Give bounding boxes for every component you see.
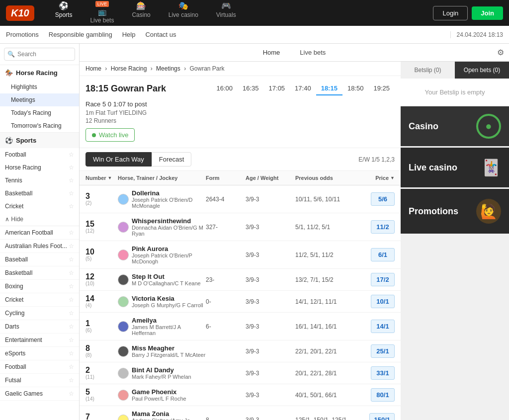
price-button[interactable]: 10/1 [371, 295, 395, 308]
sidebar-item-darts[interactable]: Darts☆ [0, 320, 79, 334]
price-button[interactable]: 80/1 [371, 388, 395, 402]
tab-home[interactable]: Home [263, 45, 280, 60]
promo-card-live-casino[interactable]: Live casino 🃏 [401, 148, 509, 187]
sidebar-item-tennis[interactable]: Tennis☆ [0, 174, 79, 187]
runner-number: 3 (2) [85, 192, 118, 206]
sidebar-item-cycling[interactable]: Cycling☆ [0, 307, 79, 320]
sec-nav-promotions[interactable]: Promotions [6, 31, 39, 38]
runner-price: 6/1 [360, 248, 395, 261]
sec-nav-responsible[interactable]: Responsible gambling [49, 31, 112, 38]
race-time-1740[interactable]: 17:40 [290, 82, 316, 95]
horse-racing-section: 🏇 Horse Racing Highlights Meetings Today… [0, 65, 79, 133]
race-time-1705[interactable]: 17:05 [264, 82, 290, 95]
sidebar-item-entertainment[interactable]: Entertainment☆ [0, 334, 79, 347]
star-icon-basketball[interactable]: ☆ [69, 190, 74, 197]
table-row: 14 (4) Victoria Kesia Joseph G Murphy/G … [80, 291, 401, 313]
join-button[interactable]: Join [472, 6, 503, 20]
price-button[interactable]: 6/1 [371, 248, 395, 261]
main-layout: 🔍 🏇 Horse Racing Highlights Meetings Tod… [0, 44, 509, 420]
star-icon-baseball[interactable]: ☆ [69, 256, 74, 263]
sidebar-item-todays-racing[interactable]: Today's Racing [0, 106, 79, 119]
runner-number: 15 (12) [85, 220, 118, 234]
race-info: Race 5 0 1:07 to post [85, 100, 395, 108]
race-time-1635[interactable]: 16:35 [238, 82, 264, 95]
logo[interactable]: K10 [6, 5, 34, 21]
race-time-1600[interactable]: 16:00 [211, 82, 238, 95]
star-icon-esports[interactable]: ☆ [69, 350, 74, 357]
star-icon-football[interactable]: ☆ [69, 151, 74, 158]
price-button[interactable]: 17/2 [371, 273, 395, 286]
star-icon-cycling[interactable]: ☆ [69, 310, 74, 317]
sidebar-item-american-football[interactable]: American Football☆ [0, 226, 79, 240]
sports-header[interactable]: ⚽ Sports [0, 133, 79, 148]
login-button[interactable]: Login [433, 6, 468, 20]
runner-price: 17/2 [360, 273, 395, 286]
tab-open-bets[interactable]: Open bets (0) [455, 62, 509, 79]
nav-item-casino[interactable]: 🎰 Casino [123, 0, 159, 28]
settings-icon[interactable]: ⚙ [497, 48, 504, 57]
watch-live-button[interactable]: Watch live [85, 128, 135, 142]
sidebar-item-cricket[interactable]: Cricket☆ [0, 200, 79, 213]
star-icon-boxing[interactable]: ☆ [69, 283, 74, 290]
horse-racing-header[interactable]: 🏇 Horse Racing [0, 65, 79, 81]
star-icon-aus-rules[interactable]: ☆ [69, 243, 74, 250]
sec-nav-contact[interactable]: Contact us [145, 31, 176, 38]
sidebar-item-gaelic[interactable]: Gaelic Games☆ [0, 387, 79, 401]
star-icon-entertainment[interactable]: ☆ [69, 336, 74, 343]
sec-nav-help[interactable]: Help [122, 31, 136, 38]
tab-win-each-way[interactable]: Win Or Each Way [85, 152, 152, 167]
sidebar-item-tomorrows-racing[interactable]: Tomorrow's Racing [0, 119, 79, 132]
star-icon-horse-racing[interactable]: ☆ [69, 164, 74, 171]
sidebar-item-horse-racing[interactable]: Horse Racing☆ [0, 161, 79, 174]
race-time-1815[interactable]: 18:15 [316, 82, 342, 95]
race-time-1925[interactable]: 19:25 [368, 82, 395, 95]
price-button[interactable]: 11/2 [371, 220, 395, 234]
sidebar-item-aus-rules[interactable]: Australian Rules Foot...☆ [0, 240, 79, 253]
sidebar-item-basketball2[interactable]: Basketball☆ [0, 266, 79, 280]
star-icon-darts[interactable]: ☆ [69, 323, 74, 330]
breadcrumb-meetings[interactable]: Meetings [156, 65, 180, 72]
price-button[interactable]: 150/1 [369, 413, 395, 420]
sidebar-item-football[interactable]: Football☆ [0, 148, 79, 161]
star-icon-am-football[interactable]: ☆ [69, 229, 74, 236]
nav-item-sports[interactable]: ⚽ Sports [46, 0, 82, 28]
sidebar-item-boxing[interactable]: Boxing☆ [0, 280, 79, 293]
tab-forecast[interactable]: Forecast [152, 152, 192, 167]
tab-live-bets[interactable]: Live bets [300, 45, 326, 60]
race-header: 18:15 Gowran Park 16:00 16:35 17:05 17:4… [80, 76, 401, 148]
table-row: 15 (12) Whispersinthewind Donnacha Aidan… [80, 213, 401, 241]
sports-nav-icon: ⚽ [59, 1, 69, 10]
hide-toggle[interactable]: ∧ Hide [0, 213, 79, 226]
sidebar-item-basketball[interactable]: Basketball☆ [0, 187, 79, 200]
sidebar-item-highlights[interactable]: Highlights [0, 81, 79, 93]
tab-betslip[interactable]: Betslip (0) [401, 62, 455, 79]
sidebar-item-esports[interactable]: eSports☆ [0, 347, 79, 360]
breadcrumb-horse-racing[interactable]: Horse Racing [111, 65, 147, 72]
nav-item-live-bets[interactable]: LIVE 📺 Live bets [81, 0, 123, 28]
breadcrumb-home[interactable]: Home [85, 65, 101, 72]
star-icon-futsal[interactable]: ☆ [69, 377, 74, 384]
race-time-1850[interactable]: 18:50 [342, 82, 369, 95]
star-icon-football2[interactable]: ☆ [69, 363, 74, 370]
star-icon-tennis[interactable]: ☆ [69, 177, 74, 184]
sidebar-item-football2[interactable]: Football☆ [0, 360, 79, 374]
star-icon-cricket2[interactable]: ☆ [69, 296, 74, 303]
star-icon-cricket[interactable]: ☆ [69, 203, 74, 210]
price-button[interactable]: 14/1 [371, 320, 395, 333]
promo-card-promotions[interactable]: Promotions 🙋 [401, 189, 509, 234]
nav-item-live-casino[interactable]: 🎭 Live casino [160, 0, 207, 28]
nav-item-virtuals[interactable]: 🎮 Virtuals [207, 0, 245, 28]
sidebar-item-futsal[interactable]: Futsal☆ [0, 374, 79, 387]
runner-price: 14/1 [360, 320, 395, 333]
price-button[interactable]: 5/6 [371, 192, 395, 206]
silk [118, 194, 129, 205]
promo-card-casino[interactable]: Casino ● [401, 106, 509, 146]
sidebar-item-meetings[interactable]: Meetings [0, 93, 79, 106]
sidebar-item-baseball[interactable]: Baseball☆ [0, 253, 79, 266]
star-icon-basketball2[interactable]: ☆ [69, 269, 74, 276]
casino-promo-title: Casino [409, 121, 438, 132]
price-button[interactable]: 25/1 [371, 344, 395, 358]
sidebar-item-cricket2[interactable]: Cricket☆ [0, 293, 79, 307]
price-button[interactable]: 33/1 [371, 366, 395, 380]
star-icon-gaelic[interactable]: ☆ [69, 390, 74, 397]
